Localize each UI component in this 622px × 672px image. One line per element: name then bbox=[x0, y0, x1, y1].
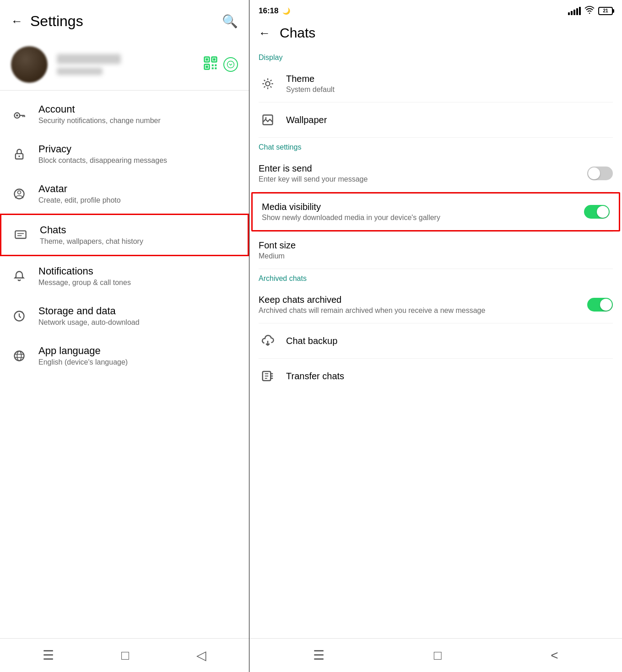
profile-name bbox=[57, 54, 121, 64]
home-icon[interactable]: □ bbox=[121, 648, 129, 663]
status-time: 16:18 🌙 bbox=[259, 6, 290, 16]
chats-subtitle: Theme, wallpapers, chat history bbox=[40, 237, 143, 246]
svg-point-39 bbox=[265, 117, 267, 119]
lock-icon bbox=[11, 146, 27, 162]
account-subtitle: Security notifications, change number bbox=[38, 117, 161, 125]
transfer-icon bbox=[259, 367, 277, 385]
menu-nav-icon[interactable]: ☰ bbox=[313, 648, 325, 663]
expand-profile-button[interactable] bbox=[223, 57, 238, 72]
back-button[interactable]: ← bbox=[11, 14, 23, 28]
signal-icon bbox=[568, 7, 581, 15]
svg-line-34 bbox=[264, 80, 265, 81]
media-visibility-label: Media visibility bbox=[262, 202, 575, 212]
profile-section[interactable] bbox=[0, 39, 249, 91]
bell-icon bbox=[11, 268, 27, 285]
archived-chats-section-label: Archived chats bbox=[249, 269, 622, 286]
transfer-chats-label: Transfer chats bbox=[286, 371, 613, 382]
battery-icon: 21 bbox=[598, 7, 613, 15]
storage-label: Storage and data bbox=[38, 305, 140, 317]
font-size-item[interactable]: Font size Medium bbox=[249, 232, 622, 269]
svg-rect-5 bbox=[206, 65, 208, 68]
chats-back-button[interactable]: ← bbox=[259, 26, 270, 40]
enter-send-toggle[interactable] bbox=[587, 167, 613, 180]
svg-point-29 bbox=[265, 81, 270, 86]
home-nav-icon[interactable]: □ bbox=[434, 648, 442, 663]
sidebar-item-notifications[interactable]: Notifications Message, group & call tone… bbox=[0, 256, 249, 296]
avatar-subtitle: Create, edit, profile photo bbox=[38, 196, 121, 204]
svg-rect-3 bbox=[213, 58, 215, 60]
search-icon[interactable]: 🔍 bbox=[222, 14, 238, 29]
status-bar: 16:18 🌙 21 bbox=[249, 0, 622, 20]
media-visibility-subtitle: Show newly downloaded media in your devi… bbox=[262, 214, 575, 222]
svg-point-10 bbox=[227, 61, 234, 68]
globe-icon bbox=[11, 348, 27, 364]
privacy-label: Privacy bbox=[38, 143, 167, 155]
sidebar-item-language[interactable]: App language English (device's language) bbox=[0, 336, 249, 376]
keep-archived-item[interactable]: Keep chats archived Archived chats will … bbox=[249, 286, 622, 323]
language-label: App language bbox=[38, 345, 128, 357]
transfer-chats-item[interactable]: Transfer chats bbox=[249, 359, 622, 393]
svg-rect-6 bbox=[212, 64, 214, 66]
sidebar-item-privacy[interactable]: Privacy Block contacts, disappearing mes… bbox=[0, 134, 249, 174]
keep-archived-subtitle: Archived chats will remain archived when… bbox=[259, 306, 578, 315]
svg-line-36 bbox=[270, 80, 272, 81]
chats-label: Chats bbox=[40, 224, 143, 236]
svg-line-35 bbox=[270, 86, 272, 88]
theme-subtitle: System default bbox=[286, 86, 613, 94]
enter-send-subtitle: Enter key will send your message bbox=[259, 175, 578, 183]
wallpaper-label: Wallpaper bbox=[286, 115, 613, 125]
chats-icon bbox=[12, 227, 29, 243]
svg-point-15 bbox=[16, 114, 18, 117]
qr-code-icon[interactable] bbox=[203, 56, 218, 74]
media-visibility-item[interactable]: Media visibility Show newly downloaded m… bbox=[253, 194, 619, 230]
bottom-navigation-right: ☰ □ < bbox=[249, 638, 622, 672]
media-visibility-toggle[interactable] bbox=[584, 205, 610, 219]
right-panel: 16:18 🌙 21 bbox=[249, 0, 622, 672]
svg-line-37 bbox=[264, 86, 265, 88]
theme-item[interactable]: Theme System default bbox=[249, 65, 622, 102]
font-size-subtitle: Medium bbox=[259, 252, 613, 260]
svg-point-19 bbox=[18, 191, 21, 194]
keep-archived-label: Keep chats archived bbox=[259, 295, 578, 305]
wallpaper-icon bbox=[259, 111, 277, 129]
theme-label: Theme bbox=[286, 74, 613, 84]
svg-rect-7 bbox=[215, 64, 216, 66]
svg-point-25 bbox=[17, 351, 21, 360]
storage-icon bbox=[11, 308, 27, 324]
sidebar-item-account[interactable]: Account Security notifications, change n… bbox=[0, 94, 249, 134]
sidebar-item-chats[interactable]: Chats Theme, wallpapers, chat history bbox=[0, 214, 249, 256]
chat-backup-item[interactable]: Chat backup bbox=[249, 323, 622, 358]
font-size-label: Font size bbox=[259, 240, 613, 251]
menu-icon[interactable]: ☰ bbox=[43, 648, 54, 663]
avatar-icon bbox=[11, 186, 27, 202]
avatar-label: Avatar bbox=[38, 183, 121, 195]
profile-status bbox=[57, 68, 103, 75]
svg-point-28 bbox=[589, 13, 590, 14]
back-nav-icon-right[interactable]: < bbox=[551, 648, 558, 663]
privacy-subtitle: Block contacts, disappearing messages bbox=[38, 156, 167, 165]
svg-rect-20 bbox=[15, 231, 26, 238]
keep-archived-toggle[interactable] bbox=[587, 298, 613, 312]
svg-rect-1 bbox=[206, 58, 208, 60]
notifications-label: Notifications bbox=[38, 265, 131, 277]
chats-title: Chats bbox=[280, 25, 315, 41]
chat-backup-label: Chat backup bbox=[286, 336, 613, 346]
account-label: Account bbox=[38, 103, 161, 115]
svg-point-17 bbox=[18, 155, 20, 157]
key-icon bbox=[11, 106, 27, 123]
storage-subtitle: Network usage, auto-download bbox=[38, 318, 140, 327]
left-panel: ← Settings 🔍 bbox=[0, 0, 249, 672]
language-subtitle: English (device's language) bbox=[38, 358, 128, 366]
sidebar-item-storage[interactable]: Storage and data Network usage, auto-dow… bbox=[0, 296, 249, 336]
chats-header: ← Chats bbox=[249, 20, 622, 48]
back-nav-icon[interactable]: ◁ bbox=[196, 648, 206, 663]
wallpaper-item[interactable]: Wallpaper bbox=[249, 102, 622, 137]
bottom-navigation-left: ☰ □ ◁ bbox=[0, 638, 249, 672]
wifi-icon bbox=[584, 5, 595, 16]
enter-send-label: Enter is send bbox=[259, 163, 578, 174]
enter-is-send-item[interactable]: Enter is send Enter key will send your m… bbox=[249, 155, 622, 192]
sidebar-item-avatar[interactable]: Avatar Create, edit, profile photo bbox=[0, 174, 249, 214]
svg-rect-8 bbox=[212, 67, 214, 69]
theme-icon bbox=[259, 75, 277, 93]
media-visibility-highlighted: Media visibility Show newly downloaded m… bbox=[251, 192, 620, 231]
